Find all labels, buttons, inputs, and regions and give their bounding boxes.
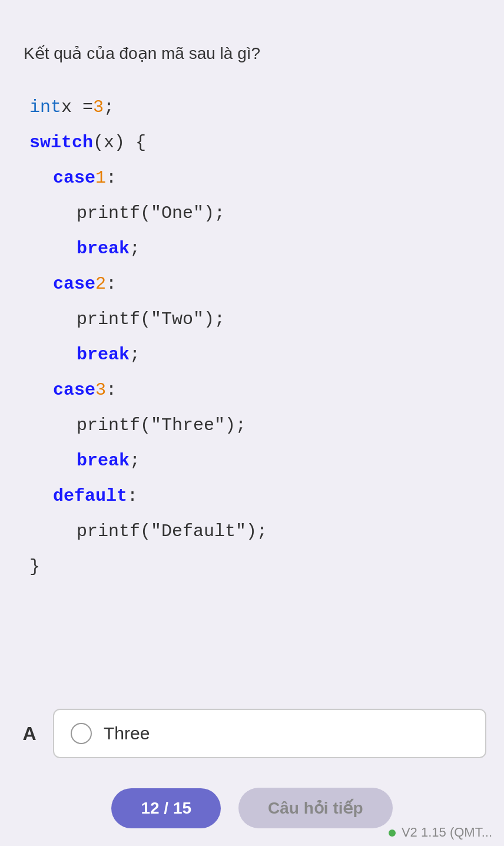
code-line-break1: break ; — [29, 231, 475, 266]
printf1: printf("One"); — [77, 196, 225, 231]
answer-row-a: A Three — [18, 709, 486, 758]
code-line-break2: break ; — [29, 337, 475, 372]
closing-brace: } — [29, 549, 40, 584]
code-line-printf3: printf("Three"); — [29, 408, 475, 443]
case1-num: 1 — [95, 160, 106, 196]
question-text: Kết quả của đoạn mã sau là gì? — [0, 35, 504, 84]
case1-end: : — [106, 160, 117, 196]
code-num-3: 3 — [93, 90, 104, 125]
default-end: : — [127, 478, 138, 514]
status-bar: V2 1.15 (QMT... — [389, 825, 492, 840]
switch-rest: (x) { — [93, 125, 146, 160]
answer-option-a[interactable]: Three — [53, 709, 486, 758]
keyword-default: default — [53, 478, 127, 514]
break2-end: ; — [130, 337, 140, 372]
code-line-1: int x = 3 ; — [29, 90, 475, 125]
phone-container: Kết quả của đoạn mã sau là gì? int x = 3… — [0, 0, 504, 846]
break1-end: ; — [130, 231, 140, 266]
keyword-case2: case — [53, 266, 95, 302]
keyword-break3: break — [77, 443, 130, 478]
case2-end: : — [106, 266, 117, 302]
code-line-case3: case 3 : — [29, 372, 475, 408]
radio-a[interactable] — [71, 723, 92, 744]
code-line-printf4: printf("Default"); — [29, 514, 475, 549]
code-semi-1: ; — [104, 90, 114, 125]
top-bar — [0, 0, 504, 35]
code-line-break3: break ; — [29, 443, 475, 478]
keyword-case1: case — [53, 160, 95, 196]
code-block: int x = 3 ; switch (x) { case 1 : printf… — [0, 84, 504, 697]
printf3: printf("Three"); — [77, 408, 246, 443]
code-line-case2: case 2 : — [29, 266, 475, 302]
progress-button[interactable]: 12 / 15 — [111, 788, 221, 828]
case2-num: 2 — [95, 266, 106, 302]
code-line-switch: switch (x) { — [29, 125, 475, 160]
code-line-closing: } — [29, 549, 475, 584]
keyword-break1: break — [77, 231, 130, 266]
case3-num: 3 — [95, 372, 106, 408]
status-time: V2 1.15 (QMT... — [402, 825, 492, 840]
break3-end: ; — [130, 443, 140, 478]
keyword-case3: case — [53, 372, 95, 408]
next-button[interactable]: Câu hỏi tiếp — [238, 788, 393, 828]
code-assign: x = — [61, 90, 93, 125]
keyword-switch: switch — [29, 125, 93, 160]
code-line-printf1: printf("One"); — [29, 196, 475, 231]
code-line-case1: case 1 : — [29, 160, 475, 196]
keyword-break2: break — [77, 337, 130, 372]
answer-label-a: A — [18, 723, 41, 745]
answer-text-a: Three — [104, 723, 150, 743]
printf2: printf("Two"); — [77, 302, 225, 337]
answers-section: A Three — [0, 697, 504, 776]
keyword-int: int — [29, 90, 61, 125]
status-dot — [389, 830, 396, 837]
printf4: printf("Default"); — [77, 514, 267, 549]
code-line-default: default : — [29, 478, 475, 514]
case3-end: : — [106, 372, 117, 408]
code-line-printf2: printf("Two"); — [29, 302, 475, 337]
